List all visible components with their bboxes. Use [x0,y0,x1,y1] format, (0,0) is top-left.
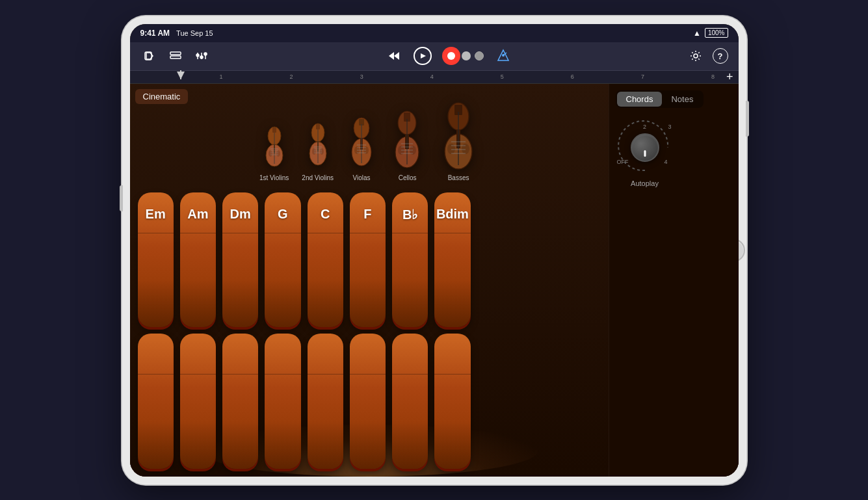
chord-em[interactable]: Em [138,192,174,328]
help-icon: ? [718,51,723,61]
help-button[interactable]: ? [713,48,728,64]
record-button[interactable] [442,47,460,65]
play-button[interactable] [414,47,432,65]
timeline-ruler: 12345678 + [130,71,739,84]
mixer-button[interactable] [192,47,211,65]
rewind-button[interactable] [385,47,403,65]
instrument-panel: Cinematic [130,84,609,477]
svg-point-22 [269,150,272,157]
svg-point-23 [276,150,280,157]
svg-marker-11 [421,53,426,59]
second-violins-image [305,116,331,172]
instrument-basses[interactable]: Basses [438,95,479,181]
toolbar: ? [130,42,739,71]
knob-indicator [644,150,646,157]
progress-slider[interactable] [471,51,484,60]
chord-empty-8[interactable] [434,334,470,469]
toolbar-center [385,47,512,65]
chord-empty-1[interactable] [138,334,174,469]
chord-bdim[interactable]: Bdim [434,192,470,328]
instrument-first-violins[interactable]: 1st Violins [259,120,289,181]
chord-c[interactable]: C [308,192,343,328]
add-track-button[interactable]: + [726,70,733,84]
ipad-screen: 9:41 AM Tue Sep 15 ▲ 100% [130,24,739,477]
autoplay-knob-container: 2 3 OFF 4 [616,118,674,177]
wifi-icon: ▲ [693,29,701,38]
chord-am[interactable]: Am [180,192,216,328]
chords-button[interactable]: Chords [617,92,663,107]
chord-empty-3[interactable] [222,334,258,469]
svg-point-8 [204,53,207,55]
layers-button[interactable] [166,47,185,65]
chord-am-label: Am [187,207,208,222]
autoplay-section: 2 3 OFF 4 Autopl [616,118,674,187]
svg-point-7 [200,56,203,59]
ruler-mark: 4 [430,73,434,80]
chord-bb-label: B♭ [402,207,417,222]
main-content: Cinematic [130,84,739,477]
svg-rect-17 [180,70,181,79]
track-label[interactable]: Cinematic [135,89,189,104]
instrument-cellos[interactable]: Cellos [389,103,425,181]
chord-f-label: F [363,207,371,222]
chord-empty-5[interactable] [308,334,343,469]
chord-empty-7[interactable] [392,334,428,469]
svg-point-66 [447,144,455,154]
first-violins-label: 1st Violins [259,174,289,181]
battery-icon: 100% [705,28,728,38]
ruler-mark: 2 [290,73,293,80]
svg-point-15 [694,54,698,58]
basses-label: Basses [448,174,469,181]
notes-button[interactable]: Notes [662,92,702,107]
autoplay-knob[interactable] [631,133,659,162]
chord-dm[interactable]: Dm [222,192,258,328]
chord-f[interactable]: F [350,192,386,328]
chord-c-label: C [321,207,330,222]
metronome-button[interactable] [494,47,512,65]
autoplay-label: Autoplay [631,179,659,187]
instrument-second-violins[interactable]: 2nd Violins [302,116,334,181]
svg-rect-2 [170,56,181,59]
svg-marker-10 [389,52,394,60]
ruler-mark: 8 [711,73,715,80]
svg-rect-1 [170,52,181,55]
battery-level: 100% [708,29,725,36]
status-date: Tue Sep 15 [176,29,213,37]
chord-empty-6[interactable] [350,334,386,469]
ruler-mark: 5 [501,73,504,80]
violas-label: Violas [353,174,371,181]
chord-em-label: Em [146,207,166,222]
toolbar-left [140,47,211,65]
back-button[interactable] [140,47,159,65]
power-button[interactable] [746,101,749,137]
ipad-frame: 9:41 AM Tue Sep 15 ▲ 100% [122,16,746,484]
chord-dm-label: Dm [230,207,251,222]
first-violins-image [261,120,287,172]
svg-marker-9 [394,52,399,60]
svg-point-34 [320,148,324,155]
chord-bdim-label: Bdim [436,207,469,222]
instrument-violas[interactable]: Violas [347,110,376,181]
status-bar: 9:41 AM Tue Sep 15 ▲ 100% [130,24,739,42]
chord-empty-4[interactable] [265,334,300,469]
volume-button[interactable] [120,185,123,211]
chord-bb[interactable]: B♭ [392,192,428,328]
ruler-mark: 3 [360,73,363,80]
svg-point-14 [502,54,505,57]
settings-button[interactable] [687,47,705,65]
ruler-mark: 6 [571,73,574,80]
chords-area: Em Am Dm G C F [130,185,479,477]
orchestra-stage: 1st Violins [181,97,558,181]
status-time: 9:41 AM [140,29,170,38]
svg-rect-19 [272,127,276,133]
svg-point-33 [312,148,316,155]
ruler-mark: 1 [220,73,223,80]
slider-thumb [462,51,471,60]
chord-g[interactable]: G [265,192,300,328]
controls-panel: Chords Notes 2 3 OFF 4 [609,84,739,477]
violas-image [347,110,376,172]
ruler-mark: 7 [641,73,644,80]
basses-image [438,95,479,172]
svg-point-67 [462,144,469,154]
chord-empty-2[interactable] [180,334,216,469]
